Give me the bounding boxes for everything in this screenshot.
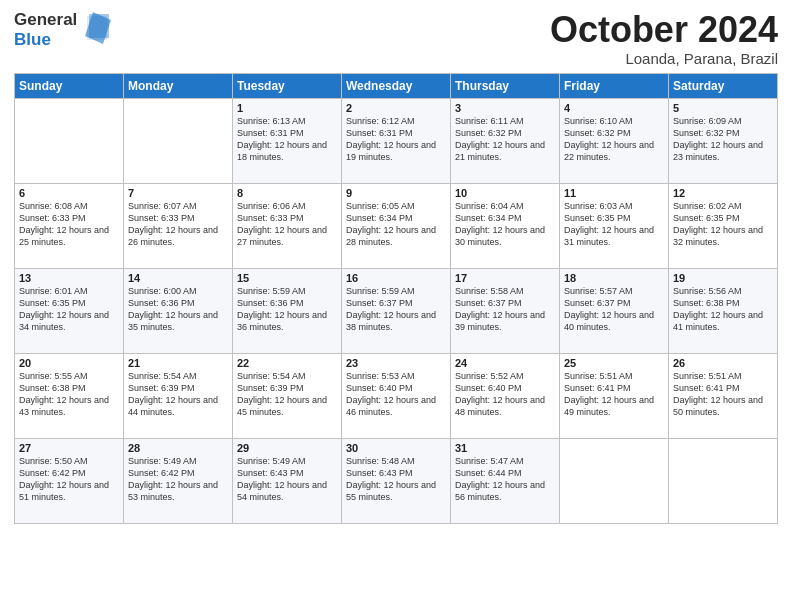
cell-info: Sunrise: 6:07 AM <box>128 200 228 212</box>
day-number: 29 <box>237 442 337 454</box>
cell-info: Sunset: 6:41 PM <box>564 382 664 394</box>
cell-info: Sunrise: 5:52 AM <box>455 370 555 382</box>
cell-info: Daylight: 12 hours and 53 minutes. <box>128 479 228 503</box>
calendar-cell: 4Sunrise: 6:10 AMSunset: 6:32 PMDaylight… <box>560 98 669 183</box>
calendar-cell: 15Sunrise: 5:59 AMSunset: 6:36 PMDayligh… <box>233 268 342 353</box>
day-number: 21 <box>128 357 228 369</box>
day-number: 24 <box>455 357 555 369</box>
day-number: 8 <box>237 187 337 199</box>
cell-info: Sunset: 6:34 PM <box>346 212 446 224</box>
cell-info: Daylight: 12 hours and 40 minutes. <box>564 309 664 333</box>
cell-info: Sunrise: 5:57 AM <box>564 285 664 297</box>
cell-info: Sunset: 6:35 PM <box>564 212 664 224</box>
cell-info: Daylight: 12 hours and 49 minutes. <box>564 394 664 418</box>
calendar-cell <box>669 438 778 523</box>
calendar-cell: 18Sunrise: 5:57 AMSunset: 6:37 PMDayligh… <box>560 268 669 353</box>
cell-info: Daylight: 12 hours and 45 minutes. <box>237 394 337 418</box>
day-number: 20 <box>19 357 119 369</box>
cell-info: Sunrise: 5:49 AM <box>128 455 228 467</box>
day-number: 19 <box>673 272 773 284</box>
day-number: 3 <box>455 102 555 114</box>
cell-info: Sunset: 6:35 PM <box>673 212 773 224</box>
day-number: 2 <box>346 102 446 114</box>
cell-info: Daylight: 12 hours and 18 minutes. <box>237 139 337 163</box>
cell-info: Sunrise: 6:09 AM <box>673 115 773 127</box>
cell-info: Daylight: 12 hours and 35 minutes. <box>128 309 228 333</box>
cell-info: Sunrise: 6:10 AM <box>564 115 664 127</box>
cell-info: Sunrise: 5:51 AM <box>564 370 664 382</box>
day-number: 31 <box>455 442 555 454</box>
day-number: 7 <box>128 187 228 199</box>
day-number: 22 <box>237 357 337 369</box>
calendar-cell: 28Sunrise: 5:49 AMSunset: 6:42 PMDayligh… <box>124 438 233 523</box>
calendar-cell: 3Sunrise: 6:11 AMSunset: 6:32 PMDaylight… <box>451 98 560 183</box>
cell-info: Daylight: 12 hours and 38 minutes. <box>346 309 446 333</box>
day-number: 18 <box>564 272 664 284</box>
cell-info: Sunrise: 5:55 AM <box>19 370 119 382</box>
cell-info: Sunrise: 6:04 AM <box>455 200 555 212</box>
cell-info: Daylight: 12 hours and 25 minutes. <box>19 224 119 248</box>
cell-info: Daylight: 12 hours and 26 minutes. <box>128 224 228 248</box>
cell-info: Daylight: 12 hours and 39 minutes. <box>455 309 555 333</box>
day-number: 5 <box>673 102 773 114</box>
calendar-cell: 26Sunrise: 5:51 AMSunset: 6:41 PMDayligh… <box>669 353 778 438</box>
calendar-cell: 12Sunrise: 6:02 AMSunset: 6:35 PMDayligh… <box>669 183 778 268</box>
cell-info: Sunrise: 6:12 AM <box>346 115 446 127</box>
calendar-cell: 7Sunrise: 6:07 AMSunset: 6:33 PMDaylight… <box>124 183 233 268</box>
calendar-cell: 10Sunrise: 6:04 AMSunset: 6:34 PMDayligh… <box>451 183 560 268</box>
cell-info: Daylight: 12 hours and 30 minutes. <box>455 224 555 248</box>
cell-info: Daylight: 12 hours and 54 minutes. <box>237 479 337 503</box>
calendar-cell <box>15 98 124 183</box>
cell-info: Daylight: 12 hours and 23 minutes. <box>673 139 773 163</box>
cell-info: Sunrise: 5:51 AM <box>673 370 773 382</box>
cell-info: Daylight: 12 hours and 19 minutes. <box>346 139 446 163</box>
cell-info: Daylight: 12 hours and 22 minutes. <box>564 139 664 163</box>
title-block: October 2024 Loanda, Parana, Brazil <box>550 10 778 67</box>
cell-info: Sunset: 6:32 PM <box>673 127 773 139</box>
day-number: 10 <box>455 187 555 199</box>
logo: General Blue <box>14 10 111 49</box>
calendar-cell: 5Sunrise: 6:09 AMSunset: 6:32 PMDaylight… <box>669 98 778 183</box>
calendar-cell: 31Sunrise: 5:47 AMSunset: 6:44 PMDayligh… <box>451 438 560 523</box>
cell-info: Sunrise: 6:13 AM <box>237 115 337 127</box>
cell-info: Sunrise: 6:02 AM <box>673 200 773 212</box>
cell-info: Sunset: 6:35 PM <box>19 297 119 309</box>
cell-info: Sunrise: 5:54 AM <box>237 370 337 382</box>
day-header-tuesday: Tuesday <box>233 73 342 98</box>
cell-info: Sunrise: 5:53 AM <box>346 370 446 382</box>
day-number: 1 <box>237 102 337 114</box>
cell-info: Sunrise: 6:08 AM <box>19 200 119 212</box>
cell-info: Daylight: 12 hours and 21 minutes. <box>455 139 555 163</box>
cell-info: Sunrise: 5:49 AM <box>237 455 337 467</box>
calendar-cell: 1Sunrise: 6:13 AMSunset: 6:31 PMDaylight… <box>233 98 342 183</box>
cell-info: Sunrise: 5:47 AM <box>455 455 555 467</box>
calendar-cell: 2Sunrise: 6:12 AMSunset: 6:31 PMDaylight… <box>342 98 451 183</box>
cell-info: Sunrise: 6:06 AM <box>237 200 337 212</box>
cell-info: Sunrise: 5:58 AM <box>455 285 555 297</box>
day-header-wednesday: Wednesday <box>342 73 451 98</box>
cell-info: Daylight: 12 hours and 55 minutes. <box>346 479 446 503</box>
cell-info: Daylight: 12 hours and 46 minutes. <box>346 394 446 418</box>
cell-info: Sunrise: 6:11 AM <box>455 115 555 127</box>
day-header-monday: Monday <box>124 73 233 98</box>
day-number: 14 <box>128 272 228 284</box>
cell-info: Daylight: 12 hours and 32 minutes. <box>673 224 773 248</box>
cell-info: Sunrise: 6:00 AM <box>128 285 228 297</box>
month-title: October 2024 <box>550 10 778 50</box>
week-row-4: 20Sunrise: 5:55 AMSunset: 6:38 PMDayligh… <box>15 353 778 438</box>
day-number: 28 <box>128 442 228 454</box>
cell-info: Sunset: 6:38 PM <box>673 297 773 309</box>
cell-info: Sunrise: 5:56 AM <box>673 285 773 297</box>
cell-info: Daylight: 12 hours and 48 minutes. <box>455 394 555 418</box>
svg-marker-2 <box>89 14 109 38</box>
calendar-cell: 27Sunrise: 5:50 AMSunset: 6:42 PMDayligh… <box>15 438 124 523</box>
cell-info: Sunset: 6:41 PM <box>673 382 773 394</box>
cell-info: Sunset: 6:37 PM <box>346 297 446 309</box>
calendar-cell: 19Sunrise: 5:56 AMSunset: 6:38 PMDayligh… <box>669 268 778 353</box>
calendar-cell: 9Sunrise: 6:05 AMSunset: 6:34 PMDaylight… <box>342 183 451 268</box>
cell-info: Sunset: 6:33 PM <box>128 212 228 224</box>
cell-info: Sunset: 6:31 PM <box>237 127 337 139</box>
calendar-cell <box>124 98 233 183</box>
cell-info: Daylight: 12 hours and 43 minutes. <box>19 394 119 418</box>
cell-info: Sunset: 6:32 PM <box>455 127 555 139</box>
